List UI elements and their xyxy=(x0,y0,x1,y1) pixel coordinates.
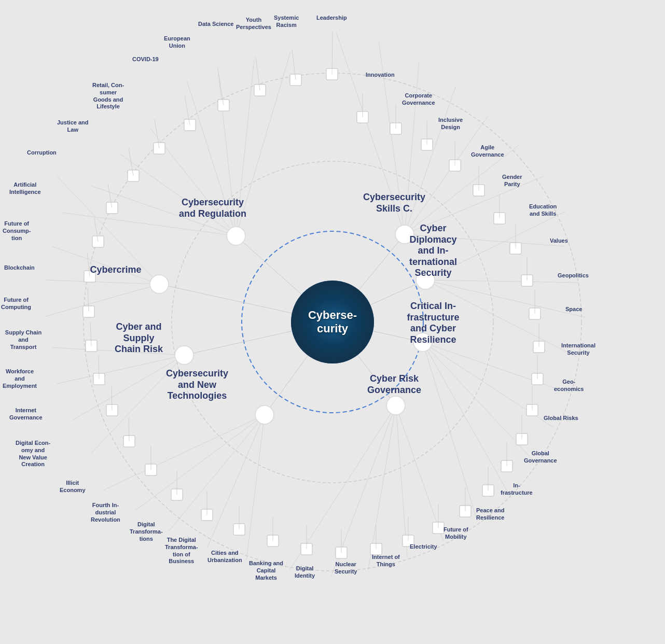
label-corporate-governance: CorporateGovernance xyxy=(402,92,435,107)
svg-point-139 xyxy=(255,405,274,424)
label-future-computing: Future ofComputing xyxy=(1,297,31,311)
label-artificial-intelligence: ArtificialIntelligence xyxy=(9,181,41,196)
label-cybersecurity-regulation[interactable]: Cybersecurityand Regulation xyxy=(161,197,265,219)
label-cybercrime[interactable]: Cybercrime xyxy=(77,264,155,276)
center-node[interactable]: Cyberse-curity xyxy=(291,281,374,363)
svg-line-36 xyxy=(396,405,444,542)
svg-line-20 xyxy=(46,280,159,284)
label-workforce: WorkforceandEmployment xyxy=(3,368,37,389)
label-justice-law: Justice andLaw xyxy=(57,119,89,134)
label-digital-identity: DigitalIdentity xyxy=(295,565,315,580)
label-cities-urbanization: Cities andUrbanization xyxy=(207,550,242,564)
label-future-consumption: Future ofConsump-tion xyxy=(3,220,31,242)
label-geoeconomics: Geo-economics xyxy=(554,379,584,393)
label-critical-infrastructure[interactable]: Critical In-frastructureand CyberResilie… xyxy=(379,301,488,345)
label-corruption: Corruption xyxy=(27,149,57,157)
label-fourth-industrial: Fourth In-dustrialRevolution xyxy=(91,502,120,523)
svg-line-31 xyxy=(246,415,265,560)
svg-line-12 xyxy=(121,155,236,236)
svg-line-49 xyxy=(405,115,489,234)
label-electricity: Electricity xyxy=(410,543,437,551)
svg-line-21 xyxy=(46,284,159,316)
label-global-risks: Global Risks xyxy=(544,415,578,422)
label-systemic-racism: SystemicRacism xyxy=(274,15,299,29)
svg-line-42 xyxy=(425,280,578,283)
label-global-governance: GlobalGovernance xyxy=(524,450,557,465)
label-internet-things: Internet ofThings xyxy=(372,554,400,568)
label-cybersecurity-skills[interactable]: CybersecuritySkills C. xyxy=(337,192,451,214)
label-cybersecurity-new-tech[interactable]: Cybersecurityand NewTechnologies xyxy=(137,368,257,402)
label-geopolitics: Geopolitics xyxy=(558,272,589,279)
svg-line-37 xyxy=(423,342,477,521)
label-cyber-diplomacy[interactable]: CyberDiplomacyand In-ternationalSecurity xyxy=(381,223,485,279)
label-innovation: Innovation xyxy=(366,72,395,79)
label-values: Values xyxy=(550,237,568,245)
label-gender-parity: GenderParity xyxy=(502,174,522,188)
svg-point-140 xyxy=(386,396,405,415)
label-future-mobility: Future ofMobility xyxy=(444,526,468,541)
label-covid19: COVID-19 xyxy=(132,56,159,63)
label-space: Space xyxy=(565,306,582,313)
label-cyber-supply-chain[interactable]: Cyber andSupplyChain Risk xyxy=(88,321,189,355)
label-data-science: Data Science xyxy=(198,21,233,28)
label-european-union: EuropeanUnion xyxy=(164,35,190,50)
label-leadership: Leadership xyxy=(316,15,347,22)
label-digital-economy: Digital Econ-omy andNew ValueCreation xyxy=(16,440,50,468)
label-education-skills: Educationand Skills xyxy=(529,203,557,218)
label-nuclear-security: NuclearSecurity xyxy=(335,561,357,576)
svg-line-29 xyxy=(104,415,265,490)
label-peace-resilience: Peace andResilience xyxy=(476,507,504,522)
label-retail: Retail, Con-sumerGoods andLifestyle xyxy=(92,82,124,110)
svg-point-137 xyxy=(150,275,169,293)
label-inclusive-design: InclusiveDesign xyxy=(438,117,463,131)
label-digital-transformations: DigitalTransforma-tions xyxy=(130,521,163,542)
diagram-container: Cyberse-curity Cybersecurityand Regulati… xyxy=(0,0,665,644)
label-supply-chain: Supply ChainandTransport xyxy=(0,329,47,351)
label-blockchain: Blockchain xyxy=(4,264,35,272)
svg-line-27 xyxy=(135,415,265,511)
svg-line-38 xyxy=(423,342,511,498)
label-banking-capital: Banking andCapitalMarkets xyxy=(249,560,283,581)
svg-line-28 xyxy=(169,415,265,531)
svg-line-95 xyxy=(332,32,332,74)
svg-point-136 xyxy=(227,227,245,245)
center-label: Cyberse-curity xyxy=(308,309,357,336)
label-internet-governance: InternetGovernance xyxy=(9,407,43,422)
label-cyber-risk-governance[interactable]: Cyber RiskGovernance xyxy=(342,373,446,396)
label-illicit-economy: IllicitEconomy xyxy=(60,480,86,494)
svg-line-35 xyxy=(396,405,407,557)
label-youth-perspectives: YouthPerspectives xyxy=(236,17,271,31)
label-agile-governance: AgileGovernance xyxy=(471,144,504,159)
label-infrastructure: In-frastructure xyxy=(501,482,533,497)
label-digital-transformation-business: The DigitalTransforma-tion ofBusiness xyxy=(165,537,198,565)
label-international-security: InternationalSecurity xyxy=(561,342,595,357)
